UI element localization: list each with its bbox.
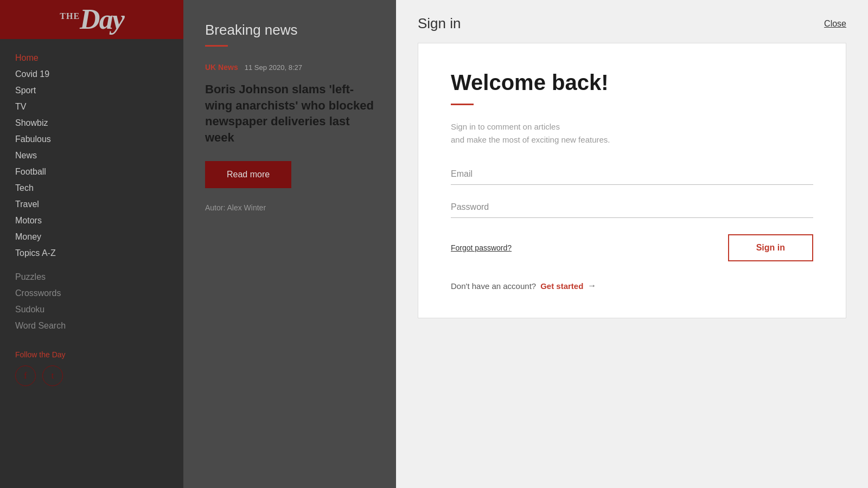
sidebar: THEDay Home Covid 19 Sport TV Showbiz Fa… bbox=[0, 0, 183, 488]
sidebar-item-crosswords[interactable]: Crosswords bbox=[15, 285, 168, 301]
author-line: Autor: Alex Winter bbox=[205, 203, 374, 212]
sidebar-item-travel[interactable]: Travel bbox=[15, 196, 168, 213]
read-more-button[interactable]: Read more bbox=[205, 161, 291, 188]
article-category: UK News bbox=[205, 63, 238, 72]
sidebar-item-covid19[interactable]: Covid 19 bbox=[15, 66, 168, 82]
signin-panel: Sign in Close Welcome back! Sign in to c… bbox=[396, 0, 868, 488]
signin-description: Sign in to comment on articles and make … bbox=[451, 120, 813, 146]
register-line: Don't have an account? Get started → bbox=[451, 281, 813, 291]
facebook-icon[interactable]: f bbox=[15, 365, 36, 386]
article-meta: UK News 11 Sep 2020, 8:27 bbox=[205, 63, 374, 72]
email-input[interactable] bbox=[451, 164, 813, 185]
logo-area[interactable]: THEDay bbox=[0, 0, 183, 39]
email-group bbox=[451, 164, 813, 185]
welcome-title: Welcome back! bbox=[451, 70, 813, 95]
sidebar-item-news[interactable]: News bbox=[15, 147, 168, 164]
signin-button[interactable]: Sign in bbox=[728, 234, 813, 261]
description-line1: Sign in to comment on articles bbox=[451, 122, 560, 131]
article-title: Boris Johnson slams 'left-wing anarchist… bbox=[205, 81, 374, 146]
sidebar-item-showbiz[interactable]: Showbiz bbox=[15, 115, 168, 131]
article-date: 11 Sep 2020, 8:27 bbox=[245, 63, 302, 72]
twitter-icon[interactable]: t bbox=[42, 365, 63, 386]
logo-day: Day bbox=[80, 4, 124, 35]
sidebar-item-football[interactable]: Football bbox=[15, 164, 168, 180]
signin-panel-title: Sign in bbox=[418, 15, 461, 32]
close-button[interactable]: Close bbox=[824, 19, 846, 29]
no-account-text: Don't have an account? bbox=[451, 281, 536, 291]
sidebar-item-sudoku[interactable]: Sudoku bbox=[15, 301, 168, 318]
password-group bbox=[451, 197, 813, 218]
signin-header: Sign in Close bbox=[396, 0, 868, 43]
social-icons: f t bbox=[15, 365, 66, 386]
follow-section: Follow the Day f t bbox=[0, 345, 81, 397]
signin-box: Welcome back! Sign in to comment on arti… bbox=[418, 43, 846, 318]
password-input[interactable] bbox=[451, 197, 813, 218]
description-line2: and make the most of exciting new featur… bbox=[451, 135, 610, 144]
logo-the: THE bbox=[60, 11, 80, 21]
sidebar-item-tech[interactable]: Tech bbox=[15, 180, 168, 196]
logo: THEDay bbox=[60, 5, 123, 34]
sidebar-item-motors[interactable]: Motors bbox=[15, 213, 168, 229]
arrow-icon: → bbox=[588, 281, 596, 291]
follow-label: Follow the Day bbox=[15, 350, 66, 359]
sidebar-item-fabulous[interactable]: Fabulous bbox=[15, 131, 168, 147]
get-started-link[interactable]: Get started bbox=[540, 281, 583, 291]
breaking-underline bbox=[205, 45, 228, 47]
sidebar-item-puzzles[interactable]: Puzzles bbox=[15, 269, 168, 285]
nav-section: Home Covid 19 Sport TV Showbiz Fabulous … bbox=[0, 39, 183, 345]
sidebar-item-tv[interactable]: TV bbox=[15, 99, 168, 115]
breaking-news-label: Breaking news bbox=[205, 22, 374, 38]
form-actions: Forgot password? Sign in bbox=[451, 234, 813, 261]
sidebar-item-topics-az[interactable]: Topics A-Z bbox=[15, 245, 168, 261]
forgot-password-link[interactable]: Forgot password? bbox=[451, 243, 512, 252]
welcome-underline bbox=[451, 104, 474, 105]
main-content: Breaking news UK News 11 Sep 2020, 8:27 … bbox=[183, 0, 396, 488]
sidebar-item-money[interactable]: Money bbox=[15, 229, 168, 245]
sidebar-item-sport[interactable]: Sport bbox=[15, 82, 168, 99]
sidebar-item-home[interactable]: Home bbox=[15, 50, 168, 66]
sidebar-item-word-search[interactable]: Word Search bbox=[15, 318, 168, 334]
